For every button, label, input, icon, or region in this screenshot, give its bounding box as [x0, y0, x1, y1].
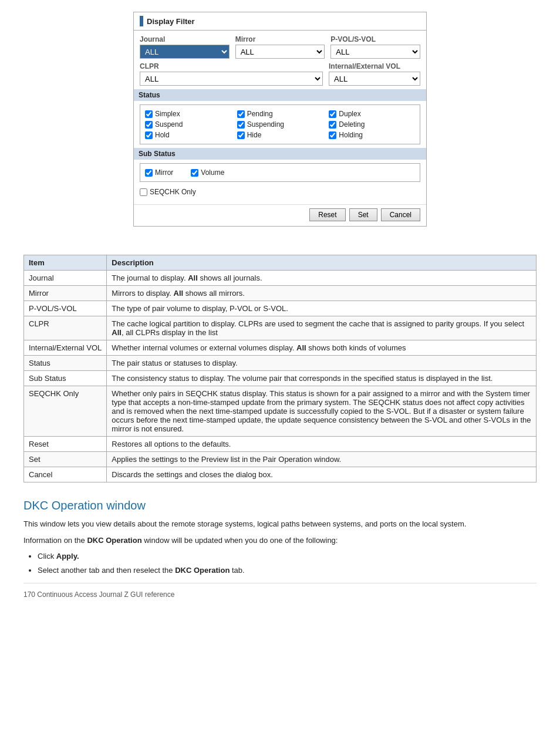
- pvol-svol-label: P-VOL/S-VOL: [330, 35, 420, 43]
- volume-checkbox[interactable]: [191, 169, 198, 177]
- suspending-checkbox[interactable]: [237, 121, 245, 129]
- dkc-bullet-list: Click Apply.Select another tab and then …: [38, 551, 537, 576]
- pending-checkbox[interactable]: [237, 110, 245, 118]
- substatus-section-header: Sub Status: [134, 148, 426, 160]
- holding-checkbox[interactable]: [329, 131, 336, 139]
- internal-external-label: Internal/External VOL: [329, 62, 420, 70]
- pvol-svol-select[interactable]: ALL: [330, 45, 420, 59]
- reset-button[interactable]: Reset: [309, 208, 345, 221]
- checkbox-duplex: Duplex: [329, 110, 415, 118]
- seqchk-checkbox[interactable]: [140, 188, 147, 196]
- checkbox-volume: Volume: [191, 168, 224, 177]
- table-cell-desc: The type of pair volume to display, P-VO…: [107, 301, 537, 316]
- table-cell-desc: The consistency status to display. The v…: [107, 371, 537, 386]
- button-row: Reset Set Cancel: [134, 204, 426, 226]
- status-box: Simplex Pending Duplex Suspend: [140, 104, 420, 144]
- checkbox-holding: Holding: [329, 131, 415, 139]
- table-cell-item: CLPR: [24, 316, 107, 340]
- checkbox-simplex: Simplex: [145, 110, 231, 118]
- panel-title: Display Filter: [147, 17, 195, 26]
- table-row: JournalThe journal to display. All shows…: [24, 271, 537, 286]
- table-row: SEQCHK OnlyWhether only pairs in SEQCHK …: [24, 386, 537, 437]
- substatus-row: Mirror Volume: [145, 168, 415, 177]
- mirror-select[interactable]: ALL: [235, 45, 325, 59]
- pvol-svol-col: P-VOL/S-VOL ALL: [330, 35, 420, 59]
- status-section-header: Status: [134, 89, 426, 101]
- table-row: MirrorMirrors to display. All shows all …: [24, 286, 537, 301]
- table-row: SetApplies the settings to the Preview l…: [24, 452, 537, 467]
- hold-checkbox[interactable]: [145, 131, 153, 139]
- clpr-col: CLPR ALL: [140, 62, 323, 86]
- table-row: CLPRThe cache logical partition to displ…: [24, 316, 537, 340]
- cancel-button[interactable]: Cancel: [381, 208, 420, 221]
- suspend-checkbox[interactable]: [145, 121, 153, 129]
- dkc-para2-after: window will be updated when you do one o…: [142, 536, 338, 545]
- table-row: CancelDiscards the settings and closes t…: [24, 467, 537, 482]
- table-cell-desc: Applies the settings to the Preview list…: [107, 452, 537, 467]
- journal-select[interactable]: ALL: [140, 45, 230, 59]
- journal-label: Journal: [140, 35, 230, 43]
- table-cell-item: Journal: [24, 271, 107, 286]
- table-cell-item: P-VOL/S-VOL: [24, 301, 107, 316]
- checkbox-mirror: Mirror: [145, 168, 173, 177]
- table-cell-item: Cancel: [24, 467, 107, 482]
- table-cell-item: Sub Status: [24, 371, 107, 386]
- dkc-para2: Information on the DKC Operation window …: [23, 535, 537, 546]
- clpr-select[interactable]: ALL: [140, 72, 323, 86]
- footer-text: 170 Continuous Access Journal Z GUI refe…: [23, 590, 174, 599]
- table-row: ResetRestores all options to the default…: [24, 437, 537, 452]
- table-row: P-VOL/S-VOLThe type of pair volume to di…: [24, 301, 537, 316]
- bullet-item: Click Apply.: [38, 551, 537, 562]
- table-cell-desc: Restores all options to the defaults.: [107, 437, 537, 452]
- set-button[interactable]: Set: [349, 208, 377, 221]
- dkc-para2-bold: DKC Operation: [87, 536, 141, 545]
- mirror-col: Mirror ALL: [235, 35, 325, 59]
- table-cell-item: Status: [24, 356, 107, 371]
- duplex-checkbox[interactable]: [329, 110, 336, 118]
- info-table-body: JournalThe journal to display. All shows…: [24, 271, 537, 482]
- panel-title-bar: Display Filter: [134, 12, 426, 31]
- journal-col: Journal ALL: [140, 35, 230, 59]
- table-cell-item: Internal/External VOL: [24, 340, 107, 356]
- table-cell-item: Set: [24, 452, 107, 467]
- display-filter-panel: Display Filter Journal ALL Mirror ALL: [133, 12, 427, 227]
- clpr-label: CLPR: [140, 62, 323, 70]
- hide-checkbox[interactable]: [237, 131, 245, 139]
- table-cell-desc: Mirrors to display. All shows all mirror…: [107, 286, 537, 301]
- table-cell-desc: The pair status or statuses to display.: [107, 356, 537, 371]
- table-cell-desc: Whether internal volumes or external vol…: [107, 340, 537, 356]
- table-row: StatusThe pair status or statuses to dis…: [24, 356, 537, 371]
- table-cell-desc: The journal to display. All shows all jo…: [107, 271, 537, 286]
- dkc-section-title: DKC Operation window: [23, 499, 537, 512]
- col1-header: Item: [24, 255, 107, 271]
- filter-row-1: Journal ALL Mirror ALL P-VOL/S-VOL ALL: [140, 35, 420, 59]
- mirror-label: Mirror: [235, 35, 325, 43]
- status-checkbox-grid: Simplex Pending Duplex Suspend: [145, 110, 415, 139]
- table-row: Internal/External VOLWhether internal vo…: [24, 340, 537, 356]
- info-table: Item Description JournalThe journal to d…: [23, 255, 537, 482]
- checkbox-hold: Hold: [145, 131, 231, 139]
- table-cell-item: Mirror: [24, 286, 107, 301]
- deleting-checkbox[interactable]: [329, 121, 336, 129]
- table-cell-desc: The cache logical partition to display. …: [107, 316, 537, 340]
- filter-row-2: CLPR ALL Internal/External VOL ALL: [140, 62, 420, 86]
- checkbox-deleting: Deleting: [329, 120, 415, 129]
- page-footer: 170 Continuous Access Journal Z GUI refe…: [23, 583, 537, 599]
- blue-bar-icon: [140, 16, 143, 26]
- table-cell-desc: Whether only pairs in SEQCHK status disp…: [107, 386, 537, 437]
- substatus-box: Mirror Volume: [140, 163, 420, 182]
- simplex-checkbox[interactable]: [145, 110, 153, 118]
- seqchk-row: SEQCHK Only: [140, 184, 420, 200]
- internal-external-col: Internal/External VOL ALL: [329, 62, 420, 86]
- bullet-item: Select another tab and then reselect the…: [38, 565, 537, 576]
- checkbox-pending: Pending: [237, 110, 323, 118]
- checkbox-suspend: Suspend: [145, 120, 231, 129]
- col2-header: Description: [107, 255, 537, 271]
- internal-external-select[interactable]: ALL: [329, 72, 420, 86]
- table-cell-desc: Discards the settings and closes the dia…: [107, 467, 537, 482]
- dkc-para2-before: Information on the: [23, 536, 87, 545]
- dkc-para1: This window lets you view details about …: [23, 518, 537, 530]
- table-cell-item: SEQCHK Only: [24, 386, 107, 437]
- mirror-checkbox[interactable]: [145, 169, 153, 177]
- table-cell-item: Reset: [24, 437, 107, 452]
